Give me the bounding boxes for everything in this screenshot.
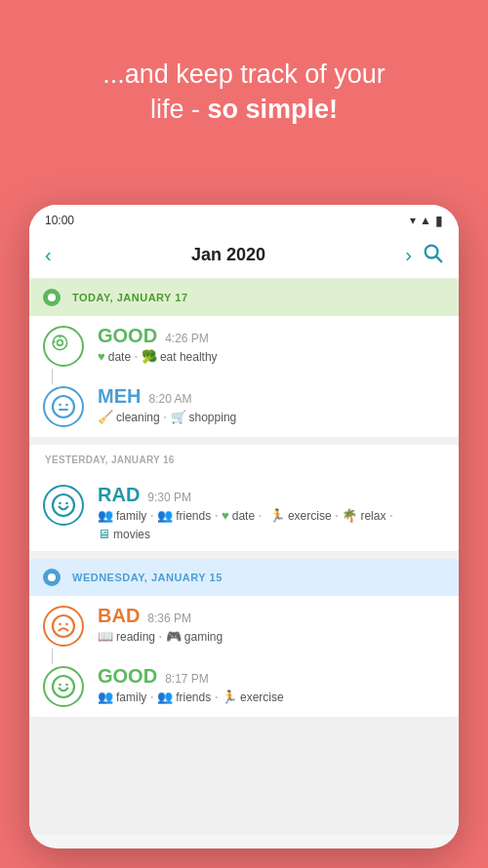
svg-point-8: [53, 396, 74, 417]
scroll-content[interactable]: TODAY, JANUARY 17: [29, 279, 459, 835]
tag-exercise-2-label: exercise: [240, 690, 284, 704]
tag-shopping: 🛒 shopping: [171, 410, 237, 424]
gaming-icon: 🎮: [166, 629, 182, 644]
svg-point-19: [59, 684, 61, 687]
tag-movies-label: movies: [113, 528, 150, 541]
friends-icon: 👥: [157, 508, 173, 523]
next-month-button[interactable]: ›: [405, 244, 412, 266]
yesterday-label: YESTERDAY, JANUARY 16: [45, 454, 175, 465]
header-section: ...and keep track of your life - so simp…: [0, 0, 488, 155]
svg-line-1: [436, 256, 441, 261]
tag-reading: 📖 reading: [98, 629, 155, 644]
svg-point-10: [65, 404, 68, 407]
yesterday-header: YESTERDAY, JANUARY 16: [29, 445, 459, 475]
mood-icon-bad: [43, 606, 84, 647]
tag-cleaning-label: cleaning: [116, 411, 160, 424]
mood-icon-meh: [43, 386, 84, 427]
tag-date-rad: ♥ date: [222, 508, 255, 523]
mood-time-good-1: 4:26 PM: [165, 332, 209, 345]
mood-name-meh: MEH: [98, 386, 141, 406]
svg-point-9: [59, 404, 61, 407]
mood-tags-bad: 📖 reading • 🎮 gaming: [98, 629, 445, 644]
svg-point-20: [65, 684, 68, 687]
movies-icon: 🖥: [98, 527, 110, 541]
today-label: TODAY, JANUARY 17: [72, 292, 188, 303]
svg-point-18: [53, 676, 74, 697]
tag-shopping-label: shopping: [189, 411, 237, 424]
mood-entry-meh[interactable]: MEH 8:20 AM 🧹 cleaning • 🛒 shopping: [29, 376, 459, 437]
wednesday-header: WEDNESDAY, JANUARY 15: [29, 559, 459, 596]
broccoli-icon: 🥦: [142, 349, 157, 364]
tag-exercise-2: 🏃 exercise: [222, 690, 284, 704]
status-time: 10:00: [45, 214, 74, 227]
tag-date-rad-label: date: [232, 509, 255, 523]
svg-point-14: [65, 502, 68, 505]
mood-content-rad: RAD 9:30 PM 👥 family • 👥 friends: [98, 485, 445, 541]
mood-entry-good-2[interactable]: GOOD 8:17 PM 👥 family • 👥 friends: [29, 656, 459, 717]
tag-friends-2: 👥 friends: [157, 690, 211, 704]
mood-tags-good-1: ♥ date • 🥦 eat healthy: [98, 349, 445, 364]
tag-family-label: family: [116, 509, 146, 523]
svg-point-15: [53, 615, 74, 637]
exercise-icon-2: 🏃: [222, 690, 237, 704]
mood-time-rad: 9:30 PM: [147, 491, 191, 504]
exercise-icon: 🏃: [269, 508, 285, 523]
month-title: Jan 2020: [191, 245, 265, 265]
family-icon: 👥: [98, 508, 113, 523]
day-section-yesterday: YESTERDAY, JANUARY 16 RAD 9:30 PM: [29, 445, 459, 551]
relax-icon: 🌴: [342, 508, 357, 523]
mood-content-bad: BAD 8:36 PM 📖 reading • 🎮 gaming: [98, 606, 445, 644]
mood-entry-good-1[interactable]: GOOD 4:26 PM ♥ date • 🥦 eat healthy: [29, 316, 459, 376]
header-line2: life -: [150, 95, 208, 124]
tag-reading-label: reading: [116, 630, 155, 644]
reading-icon: 📖: [98, 629, 113, 644]
tag-eat-healthy: 🥦 eat healthy: [142, 349, 218, 364]
header-line1: ...and keep track of your: [102, 59, 386, 89]
tag-relax: 🌴 relax: [342, 508, 386, 523]
nav-bar: ‹ Jan 2020 ›: [29, 232, 459, 279]
broom-icon: 🧹: [98, 410, 113, 424]
tag-family-2-label: family: [116, 690, 146, 704]
tag-friends-label: friends: [176, 509, 211, 523]
tag-exercise: 🏃 exercise: [269, 508, 332, 523]
mood-name-good-1: GOOD: [98, 326, 157, 345]
svg-point-6: [57, 340, 59, 342]
header-line2-bold: so simple!: [207, 95, 338, 124]
heart-icon: ♥: [98, 349, 105, 364]
tag-relax-label: relax: [360, 509, 386, 523]
svg-point-13: [59, 502, 61, 505]
tag-friends: 👥 friends: [157, 508, 211, 523]
tag-family-2: 👥 family: [98, 690, 146, 704]
prev-month-button[interactable]: ‹: [45, 244, 52, 266]
today-dot: [43, 289, 61, 306]
status-bar: 10:00 ▾ ▲ ▮: [29, 205, 459, 232]
day-section-wednesday: WEDNESDAY, JANUARY 15 BAD 8:36 PM: [29, 559, 459, 717]
day-section-today: TODAY, JANUARY 17: [29, 279, 459, 437]
mood-icon-rad: [43, 485, 84, 526]
tag-family: 👥 family: [98, 508, 146, 523]
wifi-icon: ▾: [410, 214, 416, 227]
tag-eat-healthy-label: eat healthy: [160, 350, 218, 364]
mood-name-bad: BAD: [98, 606, 140, 625]
mood-content-good-2: GOOD 8:17 PM 👥 family • 👥 friends: [98, 666, 445, 704]
tag-date: ♥ date: [98, 349, 131, 364]
tag-gaming: 🎮 gaming: [166, 629, 223, 644]
wednesday-label: WEDNESDAY, JANUARY 15: [72, 572, 223, 583]
tag-date-label: date: [108, 350, 131, 364]
battery-icon: ▮: [435, 213, 443, 228]
mood-time-good-2: 8:17 PM: [165, 672, 209, 686]
today-header: TODAY, JANUARY 17: [29, 279, 459, 316]
mood-entry-bad[interactable]: BAD 8:36 PM 📖 reading • 🎮 gaming: [29, 596, 459, 656]
mood-icon-good-2: [43, 666, 84, 707]
search-button[interactable]: [422, 242, 443, 268]
mood-icon-good: [43, 326, 84, 367]
mood-entry-rad[interactable]: RAD 9:30 PM 👥 family • 👥 friends: [29, 475, 459, 551]
tag-friends-2-label: friends: [176, 690, 211, 704]
mood-name-rad: RAD: [98, 485, 140, 504]
svg-point-16: [59, 623, 61, 626]
heart-icon-rad: ♥: [222, 508, 229, 523]
signal-icon: ▲: [420, 214, 431, 227]
tag-exercise-label: exercise: [288, 509, 332, 523]
friends-icon-2: 👥: [157, 690, 173, 704]
svg-point-12: [53, 494, 74, 516]
